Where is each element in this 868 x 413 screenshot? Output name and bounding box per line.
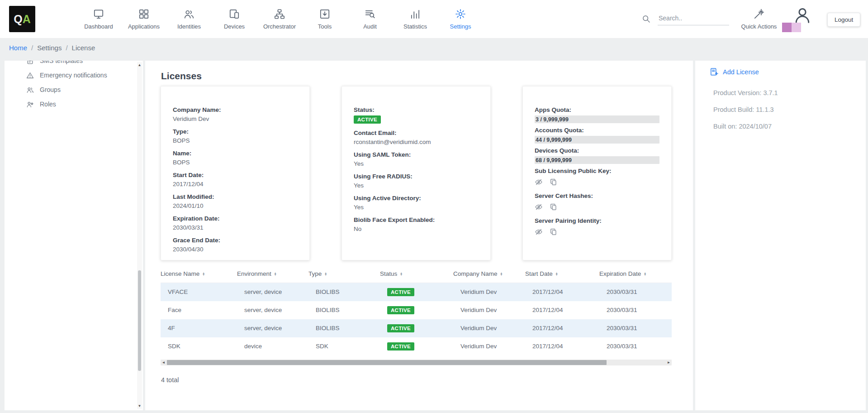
column-header-company-name[interactable]: Company Name — [453, 267, 525, 283]
eye-icon[interactable] — [535, 203, 543, 211]
column-header-license-name[interactable]: License Name — [161, 267, 237, 283]
right-panel: Add License Product Version: 3.7.1 Produ… — [695, 61, 866, 410]
sort-icon — [556, 272, 558, 276]
nav-item-orchestrator[interactable]: Orchestrator — [257, 0, 302, 38]
table-scrollbar-thumb[interactable] — [167, 360, 607, 365]
secret-field-server-pairing-identity: Server Pairing Identity: — [535, 217, 659, 236]
scroll-right-arrow[interactable] — [666, 360, 672, 365]
nav-item-identities[interactable]: Identities — [166, 0, 212, 38]
sidebar-item-roles[interactable]: Roles — [5, 97, 143, 111]
eye-icon[interactable] — [535, 228, 543, 236]
nav-item-dashboard[interactable]: Dashboard — [76, 0, 121, 38]
search-box — [641, 13, 729, 25]
sidebar-item-sms-templates[interactable]: SMS templates — [5, 61, 143, 68]
cell-status: ACTIVE — [380, 337, 453, 355]
cell-environment: server, device — [237, 319, 308, 337]
column-header-type[interactable]: Type — [308, 267, 380, 283]
devices-icon — [228, 8, 240, 20]
license-status-card: Status: ACTIVE Contact Email: rconstanti… — [342, 86, 491, 260]
sidebar-scrollbar[interactable] — [137, 62, 142, 409]
scroll-up-arrow[interactable] — [137, 62, 142, 68]
field-label: Company Name: — [173, 106, 298, 113]
applications-icon — [138, 8, 150, 20]
table-row[interactable]: VFACE server, device BIOLIBS ACTIVE Veri… — [161, 283, 672, 301]
field-value: 2017/12/04 — [173, 181, 298, 187]
logo-letter-a: A — [23, 13, 31, 26]
cell-start-date: 2017/12/04 — [525, 319, 599, 337]
nav-item-statistics[interactable]: Statistics — [393, 0, 438, 38]
cell-type: SDK — [308, 337, 380, 355]
column-header-expiration-date[interactable]: Expiration Date — [599, 267, 672, 283]
breadcrumb-settings[interactable]: Settings — [37, 44, 62, 52]
table-row[interactable]: 4F server, device BIOLIBS ACTIVE Veridiu… — [161, 319, 672, 337]
copy-icon[interactable] — [550, 228, 558, 236]
column-header-status[interactable]: Status — [380, 267, 453, 283]
nav-item-devices[interactable]: Devices — [212, 0, 257, 38]
field-label: Server Cert Hashes: — [535, 192, 659, 199]
eye-icon[interactable] — [535, 178, 543, 186]
quota-value: 68 / 9,999,999 — [535, 157, 572, 163]
table-row[interactable]: Face server, device BIOLIBS ACTIVE Verid… — [161, 301, 672, 319]
nav-item-applications[interactable]: Applications — [121, 0, 166, 38]
quota-field-accounts-quota: Accounts Quota: 44 / 9,999,999 — [535, 127, 659, 144]
nav-item-audit[interactable]: Audit — [347, 0, 393, 38]
cell-license-name: Face — [161, 301, 237, 319]
license-quota-card: Apps Quota: 3 / 9,999,999 Accounts Quota… — [522, 86, 672, 260]
cell-status: ACTIVE — [380, 283, 453, 301]
column-header-environment[interactable]: Environment — [237, 267, 308, 283]
field-label: Name: — [173, 150, 298, 157]
breadcrumb: Home / Settings / License — [9, 44, 95, 52]
product-version: Product Version: 3.7.1 — [713, 89, 866, 97]
logout-button[interactable]: Logout — [827, 13, 860, 27]
field-value: Veridium Dev — [173, 115, 298, 122]
copy-icon[interactable] — [550, 203, 558, 211]
scroll-down-arrow[interactable] — [137, 403, 142, 409]
field-label: Biolib Face Export Enabled: — [354, 216, 479, 223]
copy-icon[interactable] — [550, 178, 558, 186]
settings-sidebar: SMS templates Emergency notifications Gr… — [5, 61, 143, 410]
settings-icon — [455, 8, 466, 20]
field-value: 2030/03/31 — [173, 224, 298, 231]
field-using-saml-token: Using SAML Token: Yes — [354, 151, 479, 167]
quick-actions-icon — [753, 8, 765, 20]
field-value: No — [354, 226, 479, 232]
sidebar-scrollbar-thumb[interactable] — [138, 270, 141, 371]
scroll-left-arrow[interactable] — [161, 360, 166, 365]
field-using-active-directory: Using Active Directory: Yes — [354, 195, 479, 211]
table-horizontal-scrollbar[interactable] — [161, 360, 672, 365]
sidebar-item-emergency-notifications[interactable]: Emergency notifications — [5, 68, 143, 82]
cell-start-date: 2017/12/04 — [525, 337, 599, 355]
field-value: rconstantin@veridiumid.com — [354, 139, 479, 145]
cell-environment: server, device — [237, 283, 308, 301]
identities-icon — [183, 8, 195, 20]
secret-field-sub-licensing-public-key: Sub Licensing Public Key: — [535, 168, 659, 186]
field-label: Devices Quota: — [535, 147, 659, 154]
search-input[interactable] — [658, 13, 729, 25]
field-label: Status: — [354, 106, 479, 113]
field-start-date: Start Date: 2017/12/04 — [173, 172, 298, 187]
cell-environment: server, device — [237, 301, 308, 319]
cell-company: Veridium Dev — [453, 283, 525, 301]
nav-item-settings[interactable]: Settings — [438, 0, 483, 38]
sort-icon — [275, 272, 276, 276]
license-info-card: Company Name: Veridium Dev Type: BOPS Na… — [161, 86, 310, 260]
breadcrumb-home[interactable]: Home — [9, 44, 27, 52]
field-name: Name: BOPS — [173, 150, 298, 166]
cell-type: BIOLIBS — [308, 283, 380, 301]
field-contact-email: Contact Email: rconstantin@veridiumid.co… — [354, 130, 479, 145]
column-header-start-date[interactable]: Start Date — [525, 267, 599, 283]
cell-expiration-date: 2030/03/31 — [599, 337, 672, 355]
nav-item-tools[interactable]: Tools — [302, 0, 347, 38]
table-row[interactable]: SDK device SDK ACTIVE Veridium Dev 2017/… — [161, 337, 672, 355]
swatch-dark — [782, 23, 792, 32]
add-license-icon — [710, 67, 718, 76]
swatch-light — [792, 23, 801, 32]
cell-expiration-date: 2030/03/31 — [599, 319, 672, 337]
field-label: Using Active Directory: — [354, 195, 479, 202]
add-license-button[interactable]: Add License — [710, 67, 866, 76]
field-type: Type: BOPS — [173, 128, 298, 144]
field-label: Start Date: — [173, 172, 298, 178]
quick-actions-button[interactable]: Quick Actions — [737, 5, 781, 33]
app-logo[interactable]: QA — [9, 6, 35, 32]
sidebar-item-groups[interactable]: Groups — [5, 82, 143, 97]
